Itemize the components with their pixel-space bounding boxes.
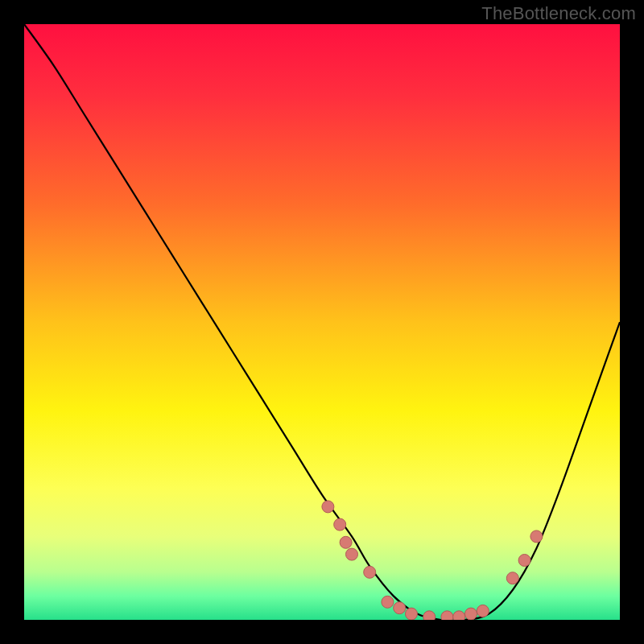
data-point [346,548,358,560]
data-point [506,572,518,584]
data-point [453,611,465,620]
data-point [441,611,453,620]
data-point [477,605,489,617]
data-point [364,566,376,578]
chart-plot [24,24,620,620]
data-point [394,602,406,614]
watermark-text: TheBottleneck.com [481,3,636,24]
data-point [340,536,352,548]
bottleneck-curve [24,24,620,620]
chart-frame [24,24,620,620]
data-point [334,518,346,530]
data-points [322,501,543,620]
data-point [406,608,418,620]
data-point [465,608,477,620]
data-point [322,501,334,513]
data-point [530,530,543,543]
data-point [423,611,436,620]
data-point [518,555,530,567]
data-point [382,596,394,608]
